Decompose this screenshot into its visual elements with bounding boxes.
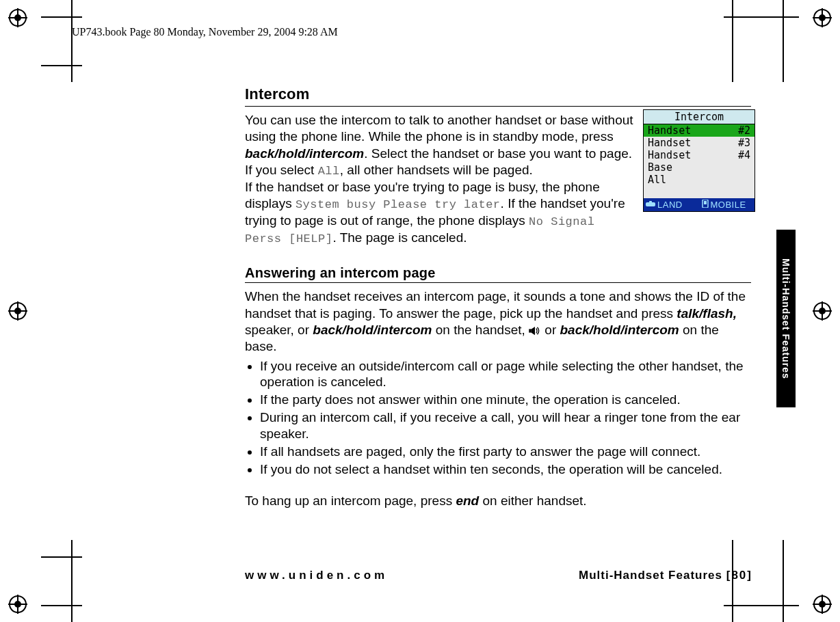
page-bracket-close: ]	[747, 569, 752, 582]
framemaker-stamp: UP743.book Page 80 Monday, November 29, …	[72, 26, 338, 38]
body-text: , all other handsets will be paged.	[340, 163, 533, 177]
lcd-label: Handset	[648, 137, 691, 149]
key-label: talk/flash,	[677, 306, 737, 321]
speaker-icon	[529, 323, 541, 337]
lcd-label: Handset	[648, 149, 691, 161]
registration-mark-icon	[813, 301, 832, 321]
body-text: on the handset,	[432, 323, 529, 337]
heading-answering: Answering an intercom page	[245, 265, 751, 281]
lcd-num: #3	[738, 137, 750, 149]
footer-section-name: Multi-Handset Features	[579, 569, 722, 582]
screen-text: System busy Please try later	[296, 198, 501, 211]
svg-rect-29	[704, 201, 707, 204]
body-text: To hang up an intercom page, press	[245, 493, 456, 508]
softkey-label: MOBILE	[711, 200, 746, 210]
crop-mark-icon	[41, 0, 82, 82]
lcd-label: All	[648, 174, 666, 186]
key-label: end	[456, 493, 479, 508]
phone-icon	[646, 200, 655, 210]
body-text: When the handset receives an intercom pa…	[245, 289, 746, 320]
lcd-row-selected: Handset#2	[644, 124, 754, 137]
mobile-icon	[702, 200, 709, 210]
lcd-num: #4	[738, 149, 750, 161]
body-text: speaker, or	[245, 323, 313, 337]
softkey-label: LAND	[657, 200, 683, 210]
bullet-list: If you receive an outside/intercom call …	[245, 358, 751, 478]
screen-text: All	[318, 165, 340, 178]
list-item: If all handsets are paged, only the firs…	[260, 444, 751, 460]
lcd-row-blank	[644, 186, 754, 198]
heading-intercom: Intercom	[245, 85, 751, 103]
lcd-label: Handset	[648, 124, 691, 137]
lcd-softkeys: LAND MOBILE	[644, 198, 754, 211]
key-label: back/hold/intercom	[560, 323, 679, 337]
list-item: If you do not select a handset within te…	[260, 461, 751, 478]
body-text: You can use the intercom to talk to anot…	[245, 113, 633, 144]
registration-mark-icon	[813, 595, 832, 614]
svg-rect-27	[649, 201, 652, 204]
softkey-left: LAND	[644, 198, 700, 211]
body-text: or	[541, 323, 560, 337]
paragraph: When the handset receives an intercom pa…	[245, 288, 751, 355]
key-label: back/hold/intercom	[313, 323, 432, 337]
lcd-row: Handset#3	[644, 137, 754, 149]
softkey-right: MOBILE	[700, 198, 755, 211]
svg-marker-25	[531, 327, 535, 335]
registration-mark-icon	[8, 8, 27, 27]
section-tab: Multi-Handset Features	[776, 230, 796, 407]
lcd-row: Handset#4	[644, 149, 754, 161]
paragraph: You can use the intercom to talk to anot…	[245, 112, 635, 246]
registration-mark-icon	[813, 8, 832, 27]
lcd-title: Intercom	[644, 110, 754, 124]
paragraph: To hang up an intercom page, press end o…	[245, 493, 751, 509]
lcd-row: All	[644, 174, 754, 186]
crop-mark-icon	[724, 0, 799, 82]
heading-rule	[245, 282, 751, 283]
crop-mark-icon	[41, 540, 82, 622]
lcd-row: Base	[644, 161, 754, 174]
key-label: back/hold/intercom	[245, 146, 364, 161]
list-item: If the party does not answer within one …	[260, 392, 751, 408]
list-item: During an intercom call, if you receive …	[260, 409, 751, 442]
page: UP743.book Page 80 Monday, November 29, …	[0, 0, 840, 622]
footer-url: www.uniden.com	[245, 569, 388, 582]
heading-rule	[245, 106, 751, 107]
phone-lcd-figure: Intercom Handset#2 Handset#3 Handset#4 B…	[643, 109, 755, 212]
list-item: If you receive an outside/intercom call …	[260, 358, 751, 391]
lcd-num: #2	[738, 124, 750, 137]
footer-section: Multi-Handset Features [80]	[579, 569, 752, 582]
svg-rect-24	[529, 329, 531, 332]
lcd-label: Base	[648, 161, 672, 174]
lcd-list: Handset#2 Handset#3 Handset#4 Base All	[644, 124, 754, 198]
body-text: . The page is canceled.	[332, 230, 467, 245]
registration-mark-icon	[8, 301, 27, 321]
registration-mark-icon	[8, 595, 27, 614]
page-number: 80	[731, 569, 747, 582]
body-text: on either handset.	[479, 493, 586, 508]
